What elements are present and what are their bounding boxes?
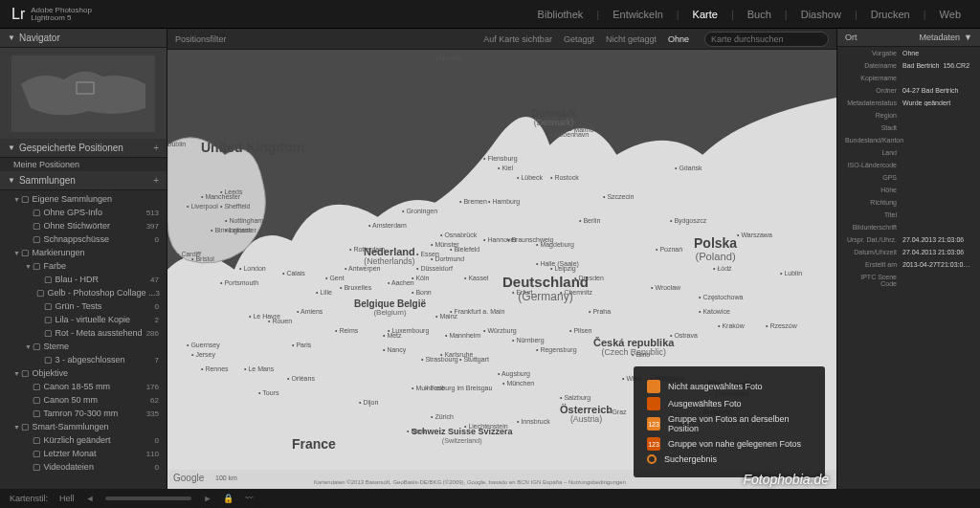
meta-row[interactable]: Land [837, 146, 980, 159]
city-label: • Halle (Saale) [536, 260, 579, 267]
city-label: • Dijon [359, 399, 378, 406]
tree-item[interactable]: ▢ Grün - Tests0 [0, 299, 167, 313]
map-scale: 100 km [215, 475, 237, 481]
meta-row[interactable]: ISO-Ländercode [837, 159, 980, 171]
tracklog-icon[interactable]: 〰 [245, 494, 254, 503]
tree-item[interactable]: ▢ Lila - virtuelle Kopie2 [0, 313, 167, 326]
city-label: • Zürich [431, 413, 454, 420]
city-label: • Bremen [459, 198, 487, 205]
meta-row[interactable]: Richtung [837, 196, 980, 209]
city-label: • Bonn [412, 289, 432, 296]
city-label: • Kraków [718, 322, 745, 329]
meta-row[interactable]: DateinameBad Bertrich_156.CR2 [837, 59, 980, 72]
saved-positions-header[interactable]: ▼Gespeicherte Positionen+ [0, 139, 167, 158]
city-label: • Würzburg [483, 327, 517, 334]
filter-2[interactable]: Nicht getaggt [606, 34, 657, 44]
left-panel: ▼Navigator ▼Gespeicherte Positionen+ Mei… [0, 29, 167, 489]
tree-item[interactable]: ▢ Ohne Stichwörter397 [0, 219, 167, 232]
tree-item[interactable]: ▢ Rot - Meta ausstehend286 [0, 326, 167, 340]
metadata-header[interactable]: OrtMetadaten▼ [837, 29, 980, 47]
tree-item[interactable]: ▢ 3 - abgeschlossen7 [0, 353, 167, 366]
tree-item[interactable]: ▢ Videodateien0 [0, 460, 167, 474]
meta-row[interactable]: Stadt [837, 121, 980, 134]
map-style-value[interactable]: Hell [59, 494, 75, 503]
filter-0[interactable]: Auf Karte sichtbar [483, 34, 552, 44]
tree-item[interactable]: ▼▢ Sterne [0, 340, 167, 353]
meta-row[interactable]: Kopiername [837, 72, 980, 84]
city-label: • Pilsen [569, 327, 591, 334]
lock-icon[interactable]: 🔒 [223, 494, 234, 503]
watermark: Fotophobia.de [743, 472, 829, 487]
meta-row[interactable]: VorgabeOhne [837, 47, 980, 59]
module-tab-entwickeln[interactable]: Entwickeln [605, 5, 671, 24]
tree-item[interactable]: ▼▢ Markierungen [0, 246, 167, 259]
legend-row: Ausgewähltes Foto [647, 397, 812, 410]
tree-item[interactable]: ▼▢ Objektive [0, 366, 167, 380]
tree-item[interactable]: ▢ Kürzlich geändert0 [0, 433, 167, 447]
tree-item[interactable]: ▼▢ Eigene Sammlungen [0, 192, 167, 206]
legend-row: Suchergebnis [647, 454, 812, 464]
module-tab-diashow[interactable]: Diashow [793, 5, 849, 24]
city-label: • Augsburg [498, 370, 530, 377]
module-tab-karte[interactable]: Karte [685, 5, 725, 24]
meta-row[interactable]: Datum/Uhrzeit27.04.2013 21:03:06 [837, 246, 980, 258]
saved-positions-item[interactable]: Meine Positionen [0, 158, 167, 171]
tree-item[interactable]: ▼▢ Smart-Sammlungen [0, 420, 167, 433]
meta-row[interactable]: Erstellt am2013-04-27T21:03:06.71 [837, 258, 980, 271]
meta-row[interactable]: Bundesland/Kanton [837, 134, 980, 146]
city-label: • Düsseldorf [416, 265, 453, 272]
city-label: • Lübeck [517, 174, 543, 181]
tree-item[interactable]: ▢ Letzter Monat110 [0, 447, 167, 460]
meta-row[interactable]: GPS [837, 171, 980, 184]
module-tab-bibliothek[interactable]: Bibliothek [530, 5, 591, 24]
map-view[interactable]: United KingdomNederland(Netherlands)Belg… [167, 50, 836, 489]
zoom-slider[interactable] [105, 497, 191, 500]
map-search-input[interactable] [704, 32, 829, 47]
map-toolbar: Kartenstil: Hell ◄ ► 🔒 〰 [0, 489, 980, 508]
tree-item[interactable]: ▢ Canon 50 mm62 [0, 393, 167, 407]
city-label: • Amiens [297, 308, 323, 315]
meta-row[interactable]: Titel [837, 209, 980, 221]
tree-item[interactable]: ▼▢ Farbe [0, 259, 167, 273]
map-legend: Nicht ausgewähltes FotoAusgewähltes Foto… [634, 366, 825, 477]
meta-row[interactable]: Ordner04-27 Bad Bertrich [837, 84, 980, 97]
city-label: • Gdańsk [675, 165, 702, 171]
city-label: • Münster [431, 241, 459, 248]
tree-item[interactable]: ▢ Ohne GPS-Info513 [0, 206, 167, 219]
meta-row[interactable]: Höhe [837, 184, 980, 196]
city-label: • Szczecin [603, 193, 634, 200]
city-label: • Rzeszów [766, 322, 797, 329]
city-label: • Bydgoszcz [670, 217, 706, 224]
meta-row[interactable]: Urspr. Dat./Uhrz.27.04.2013 21:03:06 [837, 233, 980, 246]
collections-tree: ▼▢ Eigene Sammlungen▢ Ohne GPS-Info513▢ … [0, 190, 167, 489]
meta-row[interactable]: Bildunterschrift [837, 221, 980, 233]
navigator-header[interactable]: ▼Navigator [0, 29, 167, 48]
module-tab-web[interactable]: Web [932, 5, 969, 24]
meta-row[interactable]: IPTC Scene Code [837, 271, 980, 290]
tree-item[interactable]: ▢ Blau - HDR47 [0, 273, 167, 286]
city-label: • Calais [282, 270, 305, 276]
city-label: • Chemnitz [560, 289, 592, 296]
module-tab-buch[interactable]: Buch [740, 5, 779, 24]
tree-item[interactable]: ▢ Schnappschüsse0 [0, 232, 167, 246]
city-label: • Dublin [167, 141, 186, 147]
legend-row: 123Gruppe von nahe gelegenen Fotos [647, 437, 812, 451]
meta-row[interactable]: Region [837, 109, 980, 121]
module-tab-drucken[interactable]: Drucken [863, 5, 918, 24]
city-label: • Rotterdam [349, 246, 385, 253]
meta-row[interactable]: MetadatenstatusWurde geändert [837, 97, 980, 109]
city-label: • Norway [435, 55, 462, 61]
country-label: United Kingdom [201, 141, 304, 155]
city-label: • Nürnberg [512, 337, 545, 343]
tree-item[interactable]: ▢ Gelb - Photoshop Collage ...3 [0, 286, 167, 299]
tree-item[interactable]: ▢ Tamron 70-300 mm335 [0, 407, 167, 420]
filter-3[interactable]: Ohne [668, 34, 689, 44]
city-label: • Nancy [383, 346, 406, 353]
tree-item[interactable]: ▢ Canon 18-55 mm176 [0, 380, 167, 393]
collections-header[interactable]: ▼Sammlungen+ [0, 171, 167, 190]
navigator-minimap[interactable] [0, 48, 167, 139]
filter-1[interactable]: Getaggt [564, 34, 594, 44]
city-label: • Leeds [220, 188, 242, 195]
city-label: • Poznań [656, 246, 682, 253]
city-label: • Frankfurt a. Main [450, 308, 504, 315]
